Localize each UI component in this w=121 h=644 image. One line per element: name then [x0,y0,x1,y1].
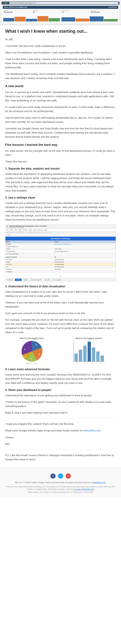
mini-chart-2 [61,15,118,22]
cell-gplus-value: benkollinsData [54,266,116,268]
sheet-tab-bar[interactable]: Dashboard settings staging Report Config… [5,278,116,281]
para-2: After a lot of headaches and frustration… [5,50,116,55]
closing-2: Read more Google Sheets, Apps Script and… [5,428,116,432]
menu-insert[interactable]: Insert [18,229,22,231]
tab-staging[interactable]: staging [22,279,29,281]
email-body: Hi Jeff, I remember the first time I bui… [5,37,116,462]
cell-reference: Anal [6,234,11,236]
pie-chart-svg: E B C D A [22,341,42,362]
menu-help[interactable]: Help [44,229,47,231]
s1-para-1: For me, it opened up a whole new world. … [5,90,116,102]
pie-chart-container: E B C D A [22,341,42,362]
office-address: Office address: Ben Collins 111 2nd ave … [5,491,116,493]
para-4: The dashboard wasn't pretty, and it cert… [5,72,116,80]
stat-revenue: Revenue $51,092,229 [3,10,31,14]
stat-net-profit-value: $51,092,229 [91,11,117,13]
closing-1: I hope you enjoyed this content! That's … [5,422,116,426]
closing-link[interactable]: benlcollins.com [84,429,101,432]
table-row: Email address bencollins@gmail.com [6,250,116,253]
pie-label-c: C [30,358,32,360]
lesson5-heading: 5. Show your dashboard to people! [5,388,116,392]
cell-email-label: Email address [6,250,54,253]
stat-net-profit: Net Profit $51,092,229 [90,10,118,14]
icon-toolbar-icons: ◐ ☰ ❯ ❮ | 🖶 ✏ ✕ ▼ | 100% | € % .0 .00 | … [6,232,52,233]
red-arrow-annotation: ↓ [5,273,116,278]
formula-icon: ƒ [12,234,13,236]
table-row: Pinterest benkollins [6,268,116,270]
cell-pinterest-label: Pinterest [6,268,54,270]
tab-dashboard[interactable]: Dashboard [6,279,14,281]
table-row: Twitter benkollinsData [6,261,116,263]
pie-x-a: A [27,362,28,364]
sheet-title: Website Management Dashboard - Part 1 GA… [9,225,47,227]
bar-x-3: 3 [100,362,101,364]
menu-file[interactable]: File [6,229,9,231]
menu-tools[interactable]: Tools [33,229,36,231]
sheet-menu-bar[interactable]: File Edit View Insert Format Data Tools … [5,229,116,231]
bar-x-0: 0 [77,362,78,364]
mini-chart-1 [3,15,60,22]
cell-yt-value: benkollinsData [54,263,116,266]
mini-bar-9 [104,19,118,22]
google-icon-button[interactable]: G+ [66,474,71,479]
cell-website-value: http://www.benlcollins.com [54,243,116,246]
unsubscribe-link[interactable]: you can unsubscribe here [74,488,94,490]
tab-web-data[interactable]: web_data [44,279,52,281]
tab-settings[interactable]: settings [15,279,22,281]
lesson4-heading: 4. Learn some advanced formulas [5,368,116,371]
formula-content [13,235,114,236]
dashboard-date: 11/21/2016 [108,6,117,8]
cell-fb-label: Facebook [6,258,54,261]
lesson3-heading: 3. Understand the basics of data visuali… [5,285,116,288]
lesson1-heading: 1. Separate the data, analysis and visua… [5,167,116,170]
sheet-toolbar: ☷ Website Management Dashboard - Part 1 … [5,225,116,229]
cell-ga-label: Google Analytics ID [6,246,54,248]
para-3: I had no idea what I was doing. I barely… [5,57,116,70]
lesson1-text: Understand the importance of separating … [5,172,116,193]
cell-pinterest-value: benkollins [54,268,116,270]
pie-x-c: C [31,362,32,364]
s2-intro: So, what would I tell my younger self, a… [5,149,116,157]
menu-view[interactable]: View [14,229,17,231]
pie-label-e: E [36,344,37,346]
table-row: Facebook benkollinsData [6,258,116,261]
sheet-subtitle: Last edit was 12 hours ago [9,227,47,228]
unsubscribe-text: I'll do my best to keep these emails int… [5,486,116,490]
menu-addons[interactable]: Add-ons [38,229,43,231]
cell-owner-value: Ben Collins [54,248,116,250]
l5-para-3: Build it, ship it and start making smart… [5,411,116,415]
tab-pages[interactable]: tab_12_pages [52,279,62,281]
cell-cc-label: CC email addresses [6,253,54,255]
dashboard-preview: Real Estate Dashboard with Google Forn..… [0,0,121,25]
ps-text: P.S. Like this email? Know a friend or c… [5,453,116,462]
pie-x-d: D [34,362,35,364]
sheet-google-icon: ☷ [6,226,8,228]
sign-off: Cheers, [5,436,116,440]
stat-homes: Homes Closed 14 [61,10,89,14]
header-dashboard-preview: Real Estate Dashboard with Google Forn..… [0,0,121,25]
greeting: Hi Jeff, [5,37,116,42]
tab-report-config[interactable]: Report Configuration [30,279,43,281]
lesson2-heading: 2. Use a settings sheet [5,196,116,199]
footer-bio: Who am I? I'm Ben Collins, Google Sheets… [5,481,116,484]
footer-bio-link[interactable]: benlcollins.com [93,482,106,484]
sheet-icon-toolbar: ◐ ☰ ❯ ❮ | 🖶 ✏ ✕ ▼ | 100% | € % .0 .00 | … [5,231,116,234]
bar-2 [79,350,82,361]
twitter-icon-button[interactable]: t [58,474,63,479]
table-row: Instagram [6,270,116,273]
mini-bar-7 [76,18,89,22]
menu-format[interactable]: Format [23,229,27,231]
facebook-icon-button[interactable]: f [50,474,56,479]
menu-edit[interactable]: Edit [10,229,12,231]
menu-data[interactable]: Data [29,229,32,231]
bar-6 [96,352,100,361]
dashboard-title: REAL ESTATE DASHBOARD [4,6,27,8]
table-row: Website http://www.benlcollins.com [6,243,116,246]
section2-heading: Five lessons I learned the hard way [5,143,116,147]
mini-bar-2 [15,17,26,22]
bar-x-labels: 0 1 2 3 [74,362,104,364]
browser-toolbar: Real Estate Dashboard with Google Forn..… [2,2,120,4]
pie-label-a: A [24,348,26,350]
browser-dot-yellow [4,2,6,4]
pie-chart-section: Which is the biggest slice? [5,337,59,364]
